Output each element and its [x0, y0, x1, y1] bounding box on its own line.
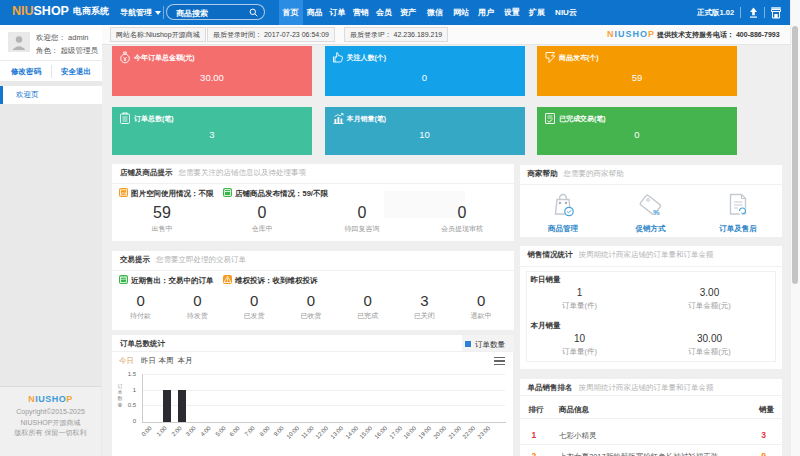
svg-text:%: % [653, 208, 660, 217]
